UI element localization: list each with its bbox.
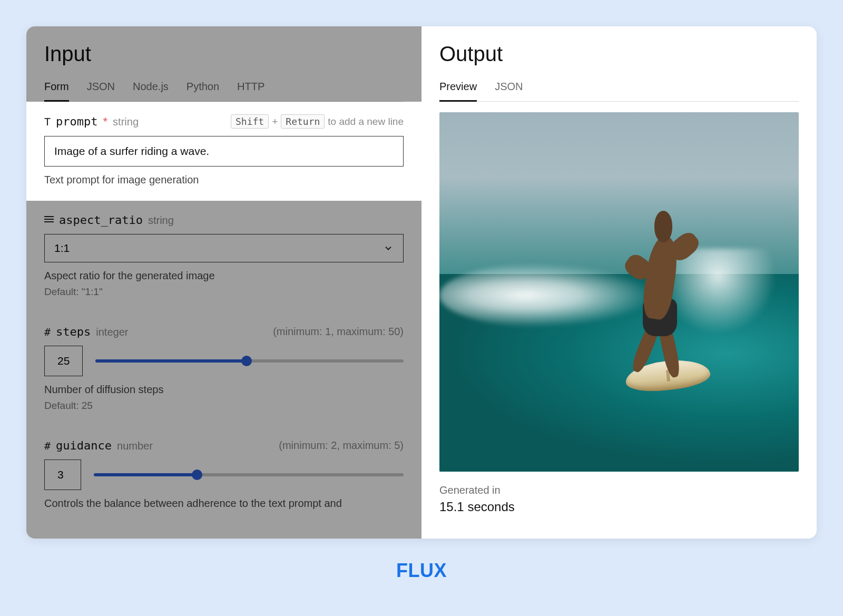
- newline-hint: Shift + Return to add a new line: [231, 114, 404, 129]
- guidance-desc: Controls the balance between adherence t…: [44, 497, 404, 510]
- steps-field: # steps integer (minimum: 1, maximum: 50…: [26, 312, 422, 426]
- aspect-ratio-field: aspect_ratio string 1:1 Aspect ratio for…: [26, 201, 422, 312]
- output-panel: Output Preview JSON: [422, 26, 817, 539]
- app-card: Input Form JSON Node.js Python HTTP T pr…: [26, 26, 817, 539]
- prompt-name: prompt: [56, 115, 97, 128]
- tab-output-json[interactable]: JSON: [495, 81, 523, 102]
- steps-slider[interactable]: [95, 359, 404, 363]
- steps-name: steps: [56, 325, 91, 338]
- output-header: Output Preview JSON: [422, 26, 817, 102]
- kbd-shift: Shift: [231, 114, 269, 129]
- guidance-value-box[interactable]: 3: [44, 459, 81, 490]
- generated-in-value: 15.1 seconds: [439, 500, 799, 514]
- text-type-icon: T: [44, 115, 51, 128]
- generated-image[interactable]: [439, 112, 799, 472]
- aspect-ratio-type: string: [148, 214, 174, 227]
- guidance-slider[interactable]: [94, 473, 404, 476]
- tab-preview[interactable]: Preview: [439, 81, 477, 102]
- prompt-type: string: [113, 116, 139, 128]
- guidance-range: (minimum: 2, maximum: 5): [279, 439, 404, 452]
- brand-label: FLUX: [396, 560, 447, 582]
- tab-nodejs[interactable]: Node.js: [133, 81, 169, 102]
- output-title: Output: [439, 42, 799, 66]
- aspect-ratio-select[interactable]: 1:1: [44, 234, 404, 262]
- aspect-ratio-default: Default: "1:1": [44, 286, 404, 298]
- guidance-name: guidance: [56, 439, 112, 452]
- input-tabs: Form JSON Node.js Python HTTP: [44, 81, 404, 102]
- number-type-icon: #: [44, 326, 51, 338]
- prompt-desc: Text prompt for image generation: [44, 174, 404, 186]
- generated-in-label: Generated in: [439, 484, 799, 496]
- guidance-field: # guidance number (minimum: 2, maximum: …: [26, 426, 422, 524]
- steps-value-box[interactable]: 25: [44, 346, 83, 376]
- tab-form[interactable]: Form: [44, 81, 69, 102]
- list-type-icon: [44, 214, 54, 224]
- steps-slider-thumb[interactable]: [241, 356, 252, 366]
- chevron-down-icon: [383, 243, 394, 253]
- prompt-header: T prompt* string Shift + Return to add a…: [44, 114, 404, 129]
- steps-range: (minimum: 1, maximum: 50): [273, 326, 404, 338]
- output-tabs: Preview JSON: [439, 81, 799, 102]
- tab-python[interactable]: Python: [187, 81, 219, 102]
- kbd-return: Return: [281, 114, 325, 129]
- steps-type: integer: [96, 326, 128, 338]
- prompt-field: T prompt* string Shift + Return to add a…: [26, 102, 422, 201]
- aspect-ratio-desc: Aspect ratio for the generated image: [44, 270, 404, 282]
- aspect-ratio-value: 1:1: [54, 242, 70, 255]
- guidance-type: number: [117, 440, 153, 452]
- required-indicator: *: [103, 115, 108, 129]
- input-header: Input Form JSON Node.js Python HTTP: [26, 26, 422, 102]
- steps-desc: Number of diffusion steps: [44, 384, 404, 396]
- tab-http[interactable]: HTTP: [237, 81, 264, 102]
- steps-default: Default: 25: [44, 400, 404, 412]
- prompt-input[interactable]: [44, 136, 404, 167]
- aspect-ratio-name: aspect_ratio: [59, 213, 143, 227]
- input-title: Input: [44, 42, 404, 66]
- tab-json[interactable]: JSON: [87, 81, 115, 102]
- input-panel: Input Form JSON Node.js Python HTTP T pr…: [26, 26, 422, 539]
- guidance-slider-thumb[interactable]: [192, 470, 202, 480]
- number-type-icon: #: [44, 439, 51, 452]
- output-body: Generated in 15.1 seconds: [422, 102, 817, 525]
